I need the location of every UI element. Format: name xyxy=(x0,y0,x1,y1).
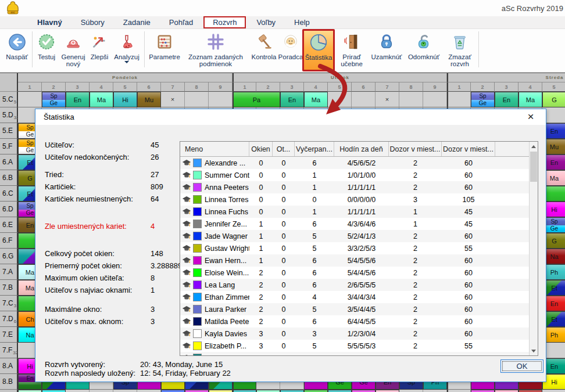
table-row[interactable]: Laura Parker2053/5/4/4/5260 xyxy=(180,303,538,315)
timetable-cell[interactable] xyxy=(113,390,137,392)
close-icon[interactable]: × xyxy=(524,110,538,123)
timetable-cell[interactable] xyxy=(256,390,280,392)
timetable-row-label[interactable]: 8.A xyxy=(0,358,18,374)
table-row[interactable]: Matilda Peeters2066/4/4/5/5260 xyxy=(180,315,538,328)
timetable-cell[interactable]: × xyxy=(161,92,185,107)
timetable-cell[interactable]: G xyxy=(542,92,565,107)
scroll-down-button[interactable] xyxy=(530,346,538,355)
timetable-cell[interactable] xyxy=(66,390,90,392)
column-header[interactable]: Meno xyxy=(180,142,249,156)
ribbon-button-lock[interactable]: Uzamknúť xyxy=(369,30,405,71)
table-row[interactable]: Anna Peeters0011/1/1/1/1260 xyxy=(180,181,538,193)
table-row[interactable]: Alexandre ...0064/5/6/5/2260 xyxy=(180,157,538,169)
timetable-cell[interactable] xyxy=(423,390,447,392)
timetable-cell[interactable] xyxy=(423,92,447,107)
menu-item-pohad[interactable]: Pohľad xyxy=(160,17,202,28)
timetable-cell[interactable]: En xyxy=(280,92,304,107)
table-row[interactable]: Elizabeth P...3055/5/5/5/3255 xyxy=(180,340,538,352)
timetable-cell[interactable] xyxy=(328,390,352,392)
ribbon-button-grid-conditions[interactable]: Zoznam zadaných podmienok xyxy=(183,30,249,71)
timetable-cell[interactable]: × xyxy=(376,92,399,107)
timetable-cell[interactable] xyxy=(18,92,42,107)
timetable-cell[interactable] xyxy=(42,390,66,392)
menu-item-voby[interactable]: Voľby xyxy=(247,17,285,28)
timetable-row-label[interactable]: 5.F xyxy=(0,139,18,154)
table-row[interactable]: Lea Lang2062/6/5/5/5260 xyxy=(180,279,538,291)
ribbon-button-flask[interactable]: Analyzuj xyxy=(111,30,142,71)
timetable-cell[interactable]: En xyxy=(495,92,518,107)
timetable-row-label[interactable]: 8.B xyxy=(0,374,18,390)
timetable-cell[interactable] xyxy=(304,390,328,392)
dialog-titlebar[interactable]: Štatistika × xyxy=(35,109,546,125)
timetable-cell[interactable] xyxy=(399,92,423,107)
timetable-cell[interactable] xyxy=(518,390,542,392)
timetable-row-label[interactable]: 6.E xyxy=(0,217,18,233)
column-header[interactable]: Dozor v miest... xyxy=(389,142,442,156)
timetable-cell[interactable] xyxy=(328,92,352,107)
table-row[interactable]: Jade Wagner1055/2/4/1/3260 xyxy=(180,230,538,242)
ok-button[interactable]: OK xyxy=(500,359,543,373)
timetable-cell[interactable] xyxy=(471,390,495,392)
ribbon-button-siren[interactable]: Generuj nový xyxy=(59,30,88,71)
timetable-cell[interactable] xyxy=(280,390,304,392)
timetable-row-label[interactable]: 7.C3 xyxy=(0,296,18,311)
timetable-cell[interactable] xyxy=(495,390,518,392)
timetable-row-label[interactable]: 5.D32 xyxy=(0,107,18,123)
ribbon-button-pie-chart[interactable]: Štatistika xyxy=(302,29,335,71)
timetable-row-label[interactable]: 6.G xyxy=(0,249,18,264)
ribbon-button-door[interactable]: Priraď učebne xyxy=(335,30,369,71)
timetable-cell[interactable]: SpGe xyxy=(42,92,66,107)
ribbon-button-unlock[interactable]: Odomknúť xyxy=(405,30,443,71)
table-row[interactable]: Kayla Davies3031/2/3/0/4260 xyxy=(180,328,538,340)
timetable-row-label[interactable]: 6.D xyxy=(0,202,18,217)
timetable-row-label[interactable]: 5.C5 xyxy=(0,92,18,107)
timetable-cell[interactable]: En xyxy=(66,92,90,107)
timetable-cell[interactable] xyxy=(18,390,42,392)
menu-item-help[interactable]: Help xyxy=(285,17,319,28)
timetable-cell[interactable]: Mu xyxy=(137,92,161,107)
timetable-row-label[interactable]: 7.D6 xyxy=(0,311,18,327)
timetable-cell[interactable] xyxy=(90,390,113,392)
scroll-up-button[interactable] xyxy=(530,142,538,151)
table-row[interactable]: Linnea Torres0000/0/0/0/03105 xyxy=(180,193,538,206)
timetable-row-label[interactable]: 7.A xyxy=(0,264,18,280)
table-row[interactable]: Jennifer Ze...1064/3/6/4/6145 xyxy=(180,218,538,230)
timetable-row-label[interactable]: 7.B xyxy=(0,280,18,296)
column-header[interactable]: Hodín za deň xyxy=(334,142,389,156)
vertical-scrollbar[interactable] xyxy=(529,142,538,355)
ribbon-button-abacus[interactable]: Parametre xyxy=(146,30,183,71)
ribbon-button-trash-recycle[interactable]: Zmazať rozvrh xyxy=(443,30,477,71)
timetable-cell[interactable] xyxy=(233,390,256,392)
timetable-cell[interactable]: SpGe xyxy=(471,92,495,107)
timetable-row-label[interactable]: 5.E xyxy=(0,123,18,139)
timetable-row-label[interactable]: 6.F xyxy=(0,233,18,249)
table-row[interactable]: Gustav Wright1053/3/2/5/3255 xyxy=(180,242,538,254)
ribbon-button-escalator[interactable]: Zlepši xyxy=(88,30,111,71)
timetable-cell[interactable] xyxy=(185,92,209,107)
timetable-cell[interactable] xyxy=(399,390,423,392)
timetable-cell[interactable] xyxy=(352,92,376,107)
timetable-cell[interactable] xyxy=(447,390,471,392)
column-header[interactable]: Dozor v miest... xyxy=(442,142,495,156)
timetable-cell[interactable] xyxy=(209,92,233,107)
timetable-cell[interactable] xyxy=(376,390,399,392)
timetable-row-label[interactable]: 6.B xyxy=(0,170,18,186)
table-row[interactable]: Ewan Hern...1065/4/5/5/6260 xyxy=(180,254,538,267)
menu-item-hlavn[interactable]: Hlavný xyxy=(28,17,71,28)
timetable-cell[interactable]: Pa xyxy=(233,92,280,107)
column-header[interactable]: Okien xyxy=(249,142,273,156)
column-header[interactable]: Ot... xyxy=(273,142,295,156)
menu-item-zadanie[interactable]: Zadanie xyxy=(114,17,160,28)
table-row[interactable]: Linnea Fuchs0011/1/1/1/1145 xyxy=(180,206,538,218)
ribbon-button-advisor[interactable]: Poradca xyxy=(279,30,302,71)
table-row[interactable]: Summer Conti0011/0/1/0/0260 xyxy=(180,169,538,181)
scrollbar-thumb[interactable] xyxy=(530,152,537,182)
table-row[interactable]: Ethan Zimmer2043/4/4/3/4260 xyxy=(180,291,538,303)
table-row[interactable] xyxy=(180,352,538,356)
timetable-row-label[interactable]: 6.A xyxy=(0,154,18,170)
timetable-cell[interactable] xyxy=(161,390,185,392)
ribbon-button-test-check[interactable]: Testuj xyxy=(34,30,59,71)
timetable-row-label[interactable]: 6.C xyxy=(0,186,18,202)
menu-item-rozvrh[interactable]: Rozvrh xyxy=(203,16,246,28)
timetable-cell[interactable]: Hi xyxy=(113,92,137,107)
